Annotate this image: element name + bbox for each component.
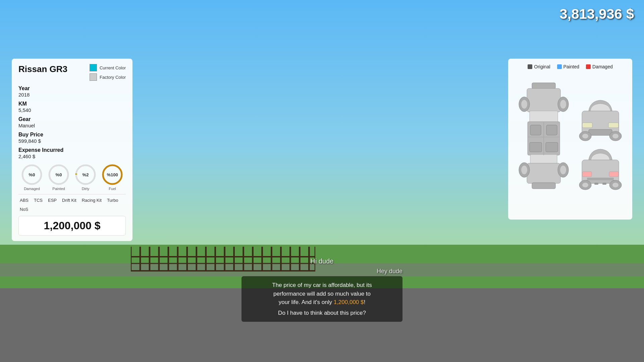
gauge-circle-dirty: %2 [75,164,96,185]
npc-exclamation: ! [364,299,365,305]
gauge-circle-damaged: %0 [21,164,43,185]
current-color-swatch [90,64,97,71]
car-name: Rissan GR3 [18,64,67,74]
car-views [514,73,627,214]
svg-rect-53 [589,129,612,135]
svg-rect-63 [609,172,619,177]
sale-price[interactable]: 1,200,000 $ [18,216,126,236]
money-display: 3,813,936 $ [559,6,634,22]
legend-item-original: Original [528,64,550,69]
npc-price-highlight: 1,200,000 $ [334,299,364,305]
color-options: Current Color Factory Color [90,64,126,81]
svg-rect-54 [582,123,592,128]
km-label: KM [18,101,126,107]
legend-label-damaged: Damaged [592,64,613,69]
year-value: 2018 [18,92,126,98]
gauge-circle-painted: %0 [48,164,69,185]
expense-row: Expense Incurred 2,460 $ [18,147,126,159]
gauge-label-fuel: Fuel [109,187,116,191]
legend-label-painted: Painted [564,64,579,69]
km-row: KM 5,540 [18,101,126,113]
gauge-item-fuel: %100 Fuel [102,164,123,191]
svg-rect-31 [532,83,555,89]
gauge-label-dirty: Dirty [82,187,90,191]
factory-color-swatch [90,73,97,81]
npc-dialogue: The price of my car is affordable, but i… [241,276,402,322]
svg-rect-48 [530,125,541,135]
buy-price-row: Buy Price 599,840 $ [18,132,126,144]
dialogue-box: Hi dude Hey dude The price of my car is … [241,257,402,322]
features-row: ABSTCSESPDrift KitRacing KitTurboNoS [18,194,126,213]
gauge-label-painted: Painted [52,187,65,191]
npc-question: Do I have to think about this price? [248,309,396,317]
svg-point-45 [560,166,566,174]
svg-rect-65 [594,183,598,185]
svg-point-41 [560,100,566,109]
svg-rect-32 [527,88,560,112]
current-color-label: Current Color [100,65,126,70]
gauge-item-dirty: %2 Dirty [75,164,96,191]
svg-rect-35 [530,155,557,164]
svg-point-57 [582,134,588,138]
svg-point-43 [521,166,527,174]
gauge-circle-fuel: %100 [102,164,123,185]
svg-rect-66 [602,183,606,185]
svg-rect-33 [530,111,558,122]
car-info-panel: Rissan GR3 Current Color Factory Color Y… [12,59,132,241]
svg-rect-37 [532,183,555,189]
feature-tag-racing-kit: Racing Kit [80,197,103,203]
gauge-value-dirty: %2 [83,172,89,177]
gauge-value-fuel: %100 [107,172,118,177]
car-front-back-views [577,98,624,190]
npc-name: Hey dude [241,268,402,275]
npc-line3: your life. And it's only [279,299,332,305]
feature-tag-abs: ABS [18,197,30,203]
legend-dot-damaged [586,64,591,69]
gear-row: Gear Manuel [18,116,126,128]
npc-line2: performance will add so much value to [273,291,371,297]
feature-tag-turbo: Turbo [106,197,119,203]
svg-point-70 [612,183,619,187]
expense-value: 2,460 $ [18,154,126,159]
gauge-label-damaged: Damaged [24,187,40,191]
buy-price-value: 599,840 $ [18,138,126,144]
factory-color-option[interactable]: Factory Color [90,73,126,81]
car-front-view [577,98,624,141]
car-diagram-panel: Original Painted Damaged [508,59,632,220]
car-title-row: Rissan GR3 Current Color Factory Color [18,64,126,81]
legend-dot-painted [557,64,562,69]
feature-tag-esp: ESP [47,197,58,203]
svg-rect-55 [608,123,619,128]
gauge-value-painted: %0 [56,172,62,177]
gear-value: Manuel [18,123,126,128]
gauge-item-damaged: %0 Damaged [21,164,43,191]
year-label: Year [18,85,126,92]
npc-line1: The price of my car is affordable, but i… [272,282,372,288]
feature-tag-nos: NoS [18,206,30,213]
gauge-item-painted: %0 Painted [48,164,69,191]
svg-point-68 [582,183,588,187]
factory-color-label: Factory Color [100,75,126,80]
legend-label-original: Original [534,64,550,69]
current-color-option[interactable]: Current Color [90,64,126,71]
feature-tag-drift-kit: Drift Kit [61,197,78,203]
expense-label: Expense Incurred [18,147,126,153]
svg-point-59 [612,134,619,138]
svg-rect-61 [587,178,614,180]
svg-rect-51 [546,142,558,152]
buy-price-label: Buy Price [18,132,126,138]
svg-rect-50 [530,142,542,152]
legend-dot-original [528,64,532,69]
svg-rect-62 [582,172,592,177]
car-rear-view [577,146,624,190]
svg-rect-49 [546,125,557,135]
diagram-legend: Original Painted Damaged [514,64,627,69]
km-value: 5,540 [18,107,126,113]
gauge-value-damaged: %0 [29,172,35,177]
svg-point-39 [521,100,527,109]
car-top-view [517,80,571,207]
legend-item-painted: Painted [557,64,579,69]
svg-rect-36 [527,163,560,183]
year-row: Year 2018 [18,85,126,98]
feature-tag-tcs: TCS [33,197,44,203]
